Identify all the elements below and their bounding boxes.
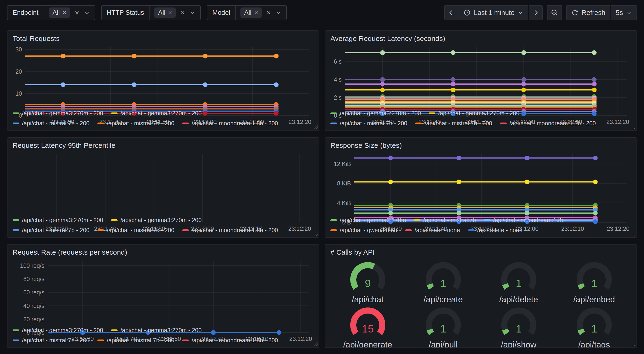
legend-item[interactable]: /api/chat - gemma3:270m <box>330 217 406 223</box>
clock-icon <box>464 9 470 16</box>
chevron-down-icon[interactable] <box>276 10 282 16</box>
refresh-button[interactable]: Refresh <box>566 5 610 20</box>
filter-bar: Endpoint All× × HTTP Status All× × Model <box>7 5 287 20</box>
svg-text:60 req/s: 60 req/s <box>23 289 44 295</box>
legend-item[interactable]: /api/chat - mistral:7b - 200 <box>98 337 174 344</box>
legend-label: /api/chat - gemma3:270m - 200 <box>120 327 202 334</box>
panel-grid: Total Requests 23:11:3023:11:4023:11:502… <box>7 30 637 348</box>
legend-item[interactable]: /api/chat - moondream:1.8b - 200 <box>182 120 278 127</box>
legend-row: /api/chat - mistral:7b - 200/api/chat - … <box>12 227 314 234</box>
legend-item[interactable]: /api/chat - gemma3:270m - 200 <box>330 110 421 117</box>
legend-marker-icon <box>330 229 337 231</box>
zoom-out-button[interactable] <box>547 5 562 20</box>
gauge-label: /api/create <box>424 295 463 304</box>
legend-label: /api/chat - moondream:1.8b - 200 <box>510 120 596 127</box>
legend-item[interactable]: /api/chat - mistral:7b - 200 <box>98 120 174 127</box>
refresh-label: Refresh <box>582 9 606 17</box>
filter-endpoint-pill[interactable]: All× <box>49 8 70 18</box>
legend-row: /api/chat - gemma3:270m - 200/api/chat -… <box>12 217 314 223</box>
panel-title[interactable]: # Calls by API <box>325 245 636 258</box>
filter-http-status-value[interactable]: All× × <box>150 6 200 20</box>
svg-text:10: 10 <box>16 90 22 97</box>
chevron-down-icon[interactable] <box>190 10 196 16</box>
legend-marker-icon <box>182 339 189 341</box>
legend-marker-icon <box>98 339 104 341</box>
panel-title[interactable]: Request Rate (requests per second) <box>8 245 319 258</box>
svg-text:20 req/s: 20 req/s <box>23 316 44 322</box>
panel-title[interactable]: Average Request Latency (seconds) <box>325 31 636 44</box>
svg-text:1: 1 <box>516 323 522 335</box>
panel-total-requests: Total Requests 23:11:3023:11:4023:11:502… <box>7 30 319 131</box>
legend-item[interactable]: /api/chat - mistral:7b - 200 <box>330 120 407 127</box>
chevron-down-icon[interactable] <box>84 10 90 16</box>
legend-label: /api/chat - mistral:7b <box>423 217 476 223</box>
legend-item[interactable]: /api/chat - mistral:7b - 200 <box>12 120 90 127</box>
legend-item[interactable]: /api/chat - mistral:7b <box>414 217 476 223</box>
time-controls: Last 1 minute Refresh 5s <box>444 5 637 20</box>
chart-request-latency-95th[interactable]: 23:11:3023:11:4023:11:5023:12:0023:12:10… <box>8 151 319 213</box>
remove-value-icon[interactable]: × <box>254 9 258 16</box>
refresh-interval-dropdown[interactable]: 5s <box>610 5 637 20</box>
legend-item[interactable]: /api/chat - gemma3:270m - 200 <box>111 327 202 334</box>
legend-item[interactable]: /api/chat - mistral:7b - 200 <box>415 120 492 127</box>
filter-model-label: Model <box>207 6 236 20</box>
panel-calls-by-api: # Calls by API 9/api/chat1/api/create1/a… <box>325 244 637 348</box>
legend-marker-icon <box>12 219 19 221</box>
time-shift-back-button[interactable] <box>444 5 458 20</box>
legend-item[interactable]: /api/chat - gemma3:270m - 200 <box>429 110 519 117</box>
filter-http-status-pill[interactable]: All× <box>154 8 176 18</box>
chart-average-request-latency[interactable]: 23:11:3023:11:4023:11:5023:12:0023:12:10… <box>325 44 636 106</box>
legend-item[interactable]: /api/chat - moondream:1.8b - 200 <box>182 227 278 234</box>
legend-item[interactable]: /api/chat - gemma3:270m - 200 <box>12 217 103 223</box>
remove-value-icon[interactable]: × <box>168 9 172 16</box>
legend-item[interactable]: /api/chat - moondream:1.8b <box>484 217 565 223</box>
panel-title[interactable]: Response Size (bytes) <box>325 138 636 151</box>
legend-marker-icon <box>111 329 118 331</box>
legend-label: /api/create - none <box>414 227 460 234</box>
legend-row: /api/chat - gemma3:270m - 200/api/chat -… <box>330 110 632 117</box>
svg-text:1: 1 <box>516 277 522 289</box>
filter-http-status-label: HTTP Status <box>102 6 150 20</box>
legend-item[interactable]: /api/create - none <box>405 227 460 234</box>
legend-row: /api/chat - gemma3:270m - 200/api/chat -… <box>12 327 314 334</box>
svg-text:4 KiB: 4 KiB <box>337 200 351 206</box>
legend-item[interactable]: /api/chat - gemma3:270m - 200 <box>111 110 202 117</box>
clear-filter-icon[interactable]: × <box>266 9 271 16</box>
gauge-arc: 1 <box>567 304 621 339</box>
legend-item[interactable]: /api/chat - moondream:1.8b - 200 <box>182 337 278 344</box>
filter-model-pill[interactable]: All× <box>240 8 262 18</box>
filter-model-value[interactable]: All× × <box>236 6 286 20</box>
svg-text:80 req/s: 80 req/s <box>23 276 44 282</box>
filter-endpoint-label: Endpoint <box>8 6 44 20</box>
legend-marker-icon <box>98 123 104 124</box>
legend-item[interactable]: /api/chat - mistral:7b - 200 <box>12 337 90 344</box>
clear-filter-icon[interactable]: × <box>180 9 185 16</box>
gauge-/api/create: 1/api/create <box>406 259 481 304</box>
legend-item[interactable]: /api/chat - gemma3:270m - 200 <box>12 110 103 117</box>
legend-item[interactable]: /api/delete - none <box>468 227 522 234</box>
legend-item[interactable]: /api/chat - mistral:7b - 200 <box>12 227 90 234</box>
time-range-picker-button[interactable]: Last 1 minute <box>458 5 528 20</box>
chart-total-requests[interactable]: 23:11:3023:11:4023:11:5023:12:0023:12:10… <box>8 44 319 106</box>
clear-filter-icon[interactable]: × <box>75 9 79 16</box>
legend-label: /api/chat - mistral:7b - 200 <box>424 120 492 127</box>
remove-value-icon[interactable]: × <box>62 9 66 16</box>
filter-endpoint-value[interactable]: All× × <box>44 6 95 20</box>
legend-item[interactable]: /api/chat - gemma3:270m - 200 <box>12 327 103 334</box>
grafana-dashboard: Endpoint All× × HTTP Status All× × Model <box>0 0 644 354</box>
gauge-label: /api/chat <box>352 295 384 304</box>
filter-model-pill-text: All <box>244 9 252 16</box>
chart-response-size[interactable]: 23:11:3023:11:4023:11:5023:12:0023:12:10… <box>325 151 636 213</box>
legend-item[interactable]: /api/chat - gemma3:270m - 200 <box>111 217 202 223</box>
legend-item[interactable]: /api/chat - moondream:1.8b - 200 <box>500 120 596 127</box>
legend-item[interactable]: /api/chat - qwen3:0.6b <box>330 227 397 234</box>
legend-label: /api/chat - gemma3:270m - 200 <box>22 327 103 334</box>
time-shift-forward-button[interactable] <box>529 5 543 20</box>
panel-title[interactable]: Request Latency 95th Percentile <box>8 138 319 151</box>
chart-request-rate[interactable]: 23:11:3023:11:4023:11:5023:12:0023:12:10… <box>8 258 319 323</box>
gauge-grid: 9/api/chat1/api/create1/api/delete1/api/… <box>325 258 636 348</box>
gauge-arc: 1 <box>416 259 470 294</box>
panel-title[interactable]: Total Requests <box>8 31 319 44</box>
legend-item[interactable]: /api/chat - mistral:7b - 200 <box>98 227 174 234</box>
legend-label: /api/chat - moondream:1.8b - 200 <box>192 337 278 344</box>
